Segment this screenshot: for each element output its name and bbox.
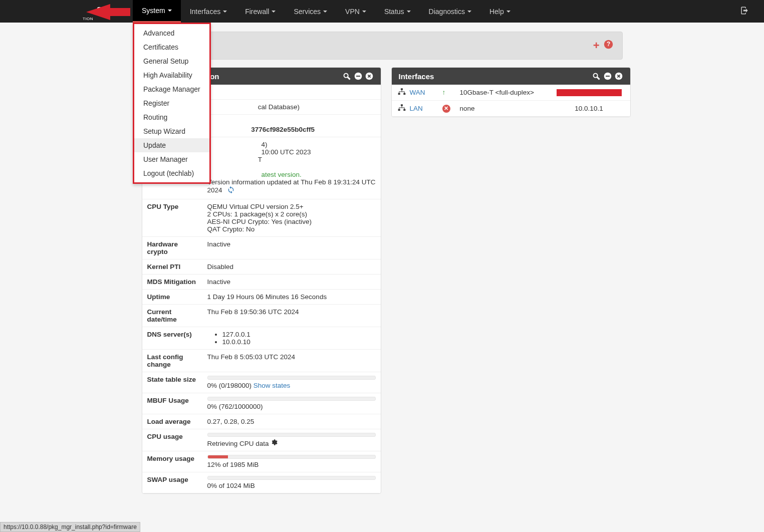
iface-name[interactable]: WAN bbox=[410, 89, 442, 96]
dropdown-certificates[interactable]: Certificates bbox=[134, 40, 209, 54]
value-version: xxxxxxxxxxxxxxxx4) xxxxxxxxxxxxxxxx10:00… bbox=[202, 137, 381, 199]
breadcrumb-bar: Status / D + ? bbox=[142, 32, 623, 60]
dropdown-general-setup[interactable]: General Setup bbox=[134, 54, 209, 68]
minimize-icon[interactable] bbox=[603, 72, 612, 81]
value-lastcfg: Thu Feb 8 5:05:03 UTC 2024 bbox=[202, 350, 381, 372]
value-system: xxxxxxxxxxxxx3776cf982e55b0cff5 bbox=[202, 115, 381, 137]
caret-icon bbox=[223, 11, 227, 13]
label-dns: DNS server(s) bbox=[142, 327, 202, 350]
label-state: State table size bbox=[142, 372, 202, 393]
nav-vpn[interactable]: VPN bbox=[336, 0, 375, 23]
svg-rect-13 bbox=[398, 109, 400, 111]
caret-icon bbox=[362, 11, 366, 13]
close-icon[interactable] bbox=[365, 72, 374, 81]
nav-services[interactable]: Services bbox=[285, 0, 336, 23]
svg-rect-10 bbox=[398, 93, 400, 95]
label-hw-crypto: Hardware crypto bbox=[142, 237, 202, 259]
svg-text:?: ? bbox=[606, 41, 610, 48]
swap-progress bbox=[207, 476, 376, 480]
label-uptime: Uptime bbox=[142, 290, 202, 305]
caret-icon bbox=[323, 11, 327, 13]
top-navbar: se TION System Advanced Certificates Gen… bbox=[0, 0, 764, 23]
value-hw-crypto: Inactive bbox=[202, 237, 381, 259]
iface-desc: none bbox=[460, 105, 554, 112]
iface-name[interactable]: LAN bbox=[410, 105, 442, 112]
system-dropdown: Advanced Certificates General Setup High… bbox=[133, 23, 211, 184]
nav-interfaces[interactable]: Interfaces bbox=[181, 0, 236, 23]
label-lastcfg: Last config change bbox=[142, 350, 202, 372]
caret-icon bbox=[407, 11, 411, 13]
close-icon[interactable] bbox=[614, 72, 623, 81]
mem-progress bbox=[207, 455, 376, 459]
redacted-ip bbox=[557, 89, 622, 96]
value-kernel-pti: Disabled bbox=[202, 259, 381, 275]
help-icon[interactable]: ? bbox=[604, 40, 613, 52]
interfaces-panel: Interfaces WAN ↑ 10Gbase-T <full-duplex> bbox=[391, 67, 631, 117]
iface-row-wan: WAN ↑ 10Gbase-T <full-duplex> bbox=[392, 85, 630, 101]
minimize-icon[interactable] bbox=[354, 72, 363, 81]
status-up-icon: ↑ bbox=[442, 89, 460, 96]
value-state: 0% (0/198000) Show states bbox=[202, 372, 381, 393]
status-down-icon: ✕ bbox=[442, 104, 460, 113]
label-cpu-usage: CPU usage bbox=[142, 429, 202, 451]
dropdown-advanced[interactable]: Advanced bbox=[134, 26, 209, 40]
refresh-icon[interactable] bbox=[227, 186, 235, 195]
label-mbuf: MBUF Usage bbox=[142, 393, 202, 414]
annotation-arrow bbox=[86, 3, 131, 21]
caret-icon bbox=[506, 11, 511, 13]
gear-icon bbox=[271, 439, 278, 447]
svg-rect-4 bbox=[356, 76, 360, 77]
value-mem: 12% of 1985 MiB bbox=[202, 451, 381, 472]
dropdown-logout[interactable]: Logout (techlab) bbox=[134, 166, 209, 180]
wrench-icon[interactable] bbox=[592, 72, 601, 81]
nav-help[interactable]: Help bbox=[480, 0, 520, 23]
value-name bbox=[202, 85, 381, 100]
value-mds: Inactive bbox=[202, 275, 381, 290]
dropdown-high-availability[interactable]: High Availability bbox=[134, 68, 209, 82]
value-dns: 127.0.0.1 10.0.0.10 bbox=[202, 327, 381, 350]
svg-marker-0 bbox=[86, 4, 130, 20]
nav-items: System Advanced Certificates General Set… bbox=[133, 0, 520, 23]
label-load: Load average bbox=[142, 414, 202, 429]
dropdown-setup-wizard[interactable]: Setup Wizard bbox=[134, 124, 209, 138]
wrench-icon[interactable] bbox=[343, 72, 352, 81]
svg-rect-7 bbox=[606, 76, 610, 77]
logout-icon[interactable] bbox=[735, 6, 754, 17]
caret-icon bbox=[467, 11, 471, 13]
dropdown-update[interactable]: Update bbox=[134, 138, 209, 152]
dropdown-routing[interactable]: Routing bbox=[134, 110, 209, 124]
nav-diagnostics[interactable]: Diagnostics bbox=[420, 0, 480, 23]
value-cpu-type: QEMU Virtual CPU version 2.5+ 2 CPUs: 1 … bbox=[202, 199, 381, 237]
panel-title: Interfaces bbox=[399, 72, 434, 81]
value-load: 0.27, 0.28, 0.25 bbox=[202, 414, 381, 429]
value-datetime: Thu Feb 8 19:50:36 UTC 2024 bbox=[202, 305, 381, 327]
show-states-link[interactable]: Show states bbox=[253, 382, 291, 389]
svg-rect-9 bbox=[401, 88, 403, 90]
dropdown-user-manager[interactable]: User Manager bbox=[134, 152, 209, 166]
label-kernel-pti: Kernel PTI bbox=[142, 259, 202, 275]
dropdown-register[interactable]: Register bbox=[134, 96, 209, 110]
label-swap: SWAP usage bbox=[142, 472, 202, 493]
value-mbuf: 0% (762/1000000) bbox=[202, 393, 381, 414]
network-icon bbox=[398, 88, 408, 97]
value-cpu-usage: Retrieving CPU data bbox=[202, 429, 381, 451]
label-datetime: Current date/time bbox=[142, 305, 202, 327]
iface-desc: 10Gbase-T <full-duplex> bbox=[460, 89, 554, 96]
state-progress bbox=[207, 376, 376, 380]
value-uptime: 1 Day 19 Hours 06 Minutes 16 Seconds bbox=[202, 290, 381, 305]
iface-ip bbox=[554, 89, 624, 96]
value-user: xxxxxxxxxxxxxxxcal Database) bbox=[202, 100, 381, 115]
label-mds: MDS Mitigation bbox=[142, 275, 202, 290]
nav-status[interactable]: Status bbox=[375, 0, 420, 23]
dropdown-package-manager[interactable]: Package Manager bbox=[134, 82, 209, 96]
nav-system[interactable]: System Advanced Certificates General Set… bbox=[133, 0, 181, 23]
svg-rect-12 bbox=[401, 104, 403, 106]
network-icon bbox=[398, 104, 408, 113]
nav-firewall[interactable]: Firewall bbox=[236, 0, 285, 23]
iface-ip: 10.0.10.1 bbox=[554, 105, 624, 112]
mbuf-progress bbox=[207, 397, 376, 401]
add-widget-icon[interactable]: + bbox=[593, 39, 600, 52]
svg-rect-11 bbox=[403, 93, 405, 95]
iface-row-lan: LAN ✕ none 10.0.10.1 bbox=[392, 101, 630, 117]
label-mem: Memory usage bbox=[142, 451, 202, 472]
